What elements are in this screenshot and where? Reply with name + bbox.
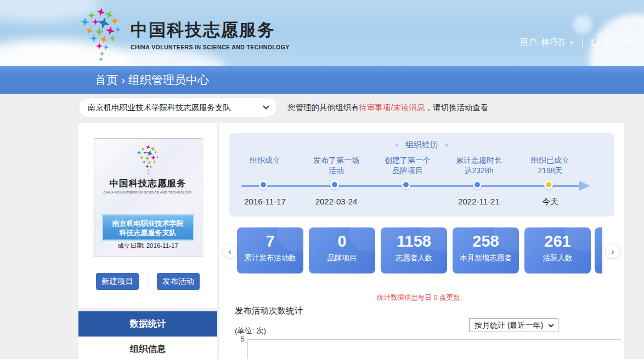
milestone-title: 发布了第一场活动 xyxy=(301,155,372,176)
user-area: 用户: 林巧芬 ▼ | 退出登录 xyxy=(520,37,635,48)
milestone-dot xyxy=(330,180,339,189)
notice-suffix: ，请切换活动查看 xyxy=(425,102,489,113)
stat-value: 261 xyxy=(524,232,591,250)
logo-balloon-icon xyxy=(77,7,125,61)
stat-card-partial xyxy=(595,227,602,273)
user-menu[interactable]: 用户: 林巧芬 ▼ xyxy=(520,37,574,48)
org-switcher-value: 南京机电职业技术学院科技志愿服务支队 xyxy=(88,102,231,113)
chevron-right-icon: › xyxy=(612,247,614,256)
carousel-next-button[interactable]: › xyxy=(606,244,620,258)
chart-axis-vertical xyxy=(247,339,248,359)
timeline-milestone: 创建了第一个品牌项目 xyxy=(372,133,443,216)
timeline-milestones: 组织成立 2016-11-17 发布了第一场活动 2022-03-24 创建了第… xyxy=(229,133,586,216)
org-logo-subtitle: CHINA VOLUNTEERS IN SCIENCE AND TECHNOLO… xyxy=(94,191,202,194)
y-axis-tick: 5 xyxy=(234,335,245,343)
stat-card-new-volunteers[interactable]: 258 本月新增志愿者 xyxy=(453,227,519,273)
timeline-panel: ◆组织经历◆ 组织成立 2016-11-17 发布了第一场活动 2022-03-… xyxy=(229,133,614,216)
org-notice: 您管理的其他组织有待审事项/未读消息，请切换活动查看 xyxy=(287,98,489,117)
carousel-prev-button[interactable]: ‹ xyxy=(223,244,237,258)
milestone-title: 累计志愿时长达2328h xyxy=(443,155,515,176)
site-header: 中国科技志愿服务 CHINA VOLUNTEERS IN SCIENCE AND… xyxy=(0,0,644,66)
milestone-title: 创建了第一个品牌项目 xyxy=(372,155,443,176)
site-logo[interactable]: 中国科技志愿服务 CHINA VOLUNTEERS IN SCIENCE AND… xyxy=(77,7,290,61)
stat-value: 1158 xyxy=(381,232,447,250)
chart-section-title: 发布活动次数统计 xyxy=(235,305,303,317)
stat-label: 活跃人数 xyxy=(524,253,591,263)
org-name-banner: 南京机电职业技术学院 科技志愿服务支队 xyxy=(102,214,194,241)
milestone-date: 2016-11-17 xyxy=(229,197,301,206)
action-buttons: 新建项目 发布活动 xyxy=(78,273,217,290)
timeline-milestone: 组织成立 2016-11-17 xyxy=(229,133,301,216)
sidebar: 中国科技志愿服务 CHINA VOLUNTEERS IN SCIENCE AND… xyxy=(78,123,217,359)
button-divider xyxy=(148,273,148,290)
org-switcher-select[interactable]: 南京机电职业技术学院科技志愿服务支队 xyxy=(78,98,278,117)
stats-carousel: 7 累计发布活动数 0 品牌项目 1158 志愿者人数 258 本月新增志愿者 … xyxy=(237,227,591,273)
chevron-down-icon xyxy=(263,103,269,109)
user-label: 用户: 林巧芬 xyxy=(520,37,566,48)
update-notice: 统计数据信息每日 0 点更新。 xyxy=(219,293,624,303)
notice-prefix: 您管理的其他组织有 xyxy=(287,102,359,113)
stat-value: 258 xyxy=(453,232,519,250)
dandelion-seed-decoration xyxy=(573,15,592,34)
main-panel: ◆组织经历◆ 组织成立 2016-11-17 发布了第一场活动 2022-03-… xyxy=(219,123,624,359)
caret-down-icon: ▼ xyxy=(569,40,574,45)
timeline-milestone: 发布了第一场活动 2022-03-24 xyxy=(301,133,372,216)
power-icon xyxy=(591,39,599,47)
logout-label: 退出登录 xyxy=(602,37,635,48)
logo-subtitle: CHINA VOLUNTEERS IN SCIENCE AND TECHNOLO… xyxy=(131,44,290,50)
stat-card-volunteers[interactable]: 1158 志愿者人数 xyxy=(381,227,447,273)
org-logo-title: 中国科技志愿服务 xyxy=(94,178,202,190)
milestone-date: 今天 xyxy=(515,197,586,207)
divider: | xyxy=(581,38,584,47)
new-project-button[interactable]: 新建项目 xyxy=(96,273,139,290)
breadcrumb-separator: › xyxy=(121,73,125,87)
breadcrumb: 首页 › 组织管理员中心 xyxy=(95,72,209,88)
milestone-dot xyxy=(402,180,410,189)
breadcrumb-bar: 首页 › 组织管理员中心 xyxy=(0,66,644,94)
stat-value: 7 xyxy=(237,232,303,250)
chart-range-select[interactable]: 按月统计 (最近一年) xyxy=(469,318,558,332)
logo-title: 中国科技志愿服务 xyxy=(131,19,290,42)
milestone-dot xyxy=(259,180,268,189)
milestone-dot-today xyxy=(544,180,553,189)
milestone-title: 组织已成立2198天 xyxy=(515,155,586,176)
milestone-date: 2022-11-21 xyxy=(443,197,515,206)
org-card: 中国科技志愿服务 CHINA VOLUNTEERS IN SCIENCE AND… xyxy=(78,123,217,308)
sidebar-item-data-statistics[interactable]: 数据统计 xyxy=(78,311,217,337)
chevron-down-icon xyxy=(549,322,554,327)
org-logo-balloon-icon xyxy=(134,144,162,175)
stat-label: 累计发布活动数 xyxy=(237,253,303,263)
stat-label: 本月新增志愿者 xyxy=(453,253,519,263)
stat-card-total-activities[interactable]: 7 累计发布活动数 xyxy=(237,227,303,273)
stat-card-active-users[interactable]: 261 活跃人数 xyxy=(524,227,591,273)
timeline-milestone: 累计志愿时长达2328h 2022-11-21 xyxy=(443,133,515,216)
logo-text: 中国科技志愿服务 CHINA VOLUNTEERS IN SCIENCE AND… xyxy=(131,7,290,61)
chart-axis-horizontal xyxy=(247,339,622,340)
milestone-dot xyxy=(473,180,482,189)
stat-label: 品牌项目 xyxy=(309,253,375,263)
timeline-milestone: 组织已成立2198天 今天 xyxy=(515,133,586,216)
stat-value: 0 xyxy=(309,232,375,250)
chart-range-value: 按月统计 (最近一年) xyxy=(474,321,543,330)
page: 中国科技志愿服务 CHINA VOLUNTEERS IN SCIENCE AND… xyxy=(0,0,644,359)
org-logo-image: 中国科技志愿服务 CHINA VOLUNTEERS IN SCIENCE AND… xyxy=(94,138,202,257)
sidebar-menu: 数据统计 组织信息 xyxy=(78,311,217,359)
org-founded-date: 成立日期: 2016-11-17 xyxy=(94,242,202,250)
stat-label: 志愿者人数 xyxy=(381,253,447,263)
org-name-line2: 科技志愿服务支队 xyxy=(103,228,193,237)
sidebar-item-org-info[interactable]: 组织信息 xyxy=(78,337,217,359)
breadcrumb-home[interactable]: 首页 xyxy=(95,72,118,88)
stat-card-brand-projects[interactable]: 0 品牌项目 xyxy=(309,227,375,273)
breadcrumb-current: 组织管理员中心 xyxy=(128,72,209,88)
notice-highlight[interactable]: 待审事项/未读消息 xyxy=(359,102,425,113)
org-name-line1: 南京机电职业技术学院 xyxy=(103,219,193,228)
chevron-left-icon: ‹ xyxy=(229,247,231,256)
milestone-date: 2022-03-24 xyxy=(301,197,372,206)
publish-activity-button[interactable]: 发布活动 xyxy=(157,273,200,290)
milestone-title: 组织成立 xyxy=(229,155,301,166)
logout-link[interactable]: 退出登录 xyxy=(591,37,635,48)
